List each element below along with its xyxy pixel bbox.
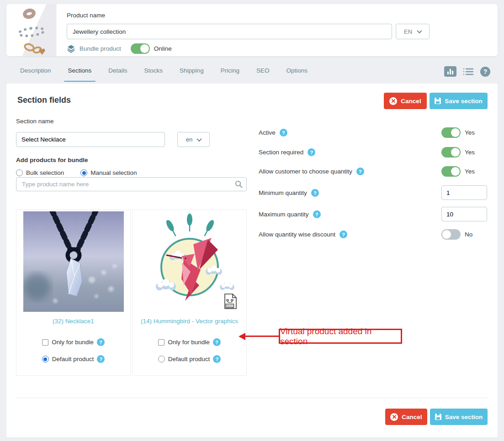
section-language-selector[interactable]: en [177, 132, 210, 147]
help-icon[interactable] [213, 338, 221, 346]
section-required-toggle[interactable] [441, 147, 461, 158]
allow-quantity-discount-toggle[interactable] [441, 229, 461, 240]
online-status-label: Online [154, 45, 172, 52]
annotation-arrow-line [245, 336, 280, 337]
tab-description[interactable]: Description [20, 63, 51, 82]
default-product-radio[interactable] [158, 356, 165, 362]
section-required-value: Yes [465, 149, 475, 156]
minimum-quantity-input[interactable] [441, 185, 487, 200]
default-product-radio[interactable] [42, 356, 49, 362]
section-name-input[interactable] [16, 132, 165, 147]
help-icon[interactable] [308, 148, 315, 156]
search-icon [235, 180, 243, 188]
cancel-button[interactable]: Cancel [384, 93, 427, 109]
bar [452, 71, 453, 74]
chevron-down-icon [197, 136, 202, 141]
product-card-necklace: (32) Necklace1 Only for bundle Default p… [16, 210, 131, 376]
annotation-arrow-head [239, 333, 245, 340]
bar [447, 72, 449, 74]
manual-selection-option[interactable]: Manual selection [80, 169, 137, 176]
tab-details[interactable]: Details [108, 63, 127, 82]
cancel-icon [389, 97, 397, 105]
tab-options[interactable]: Options [286, 63, 308, 82]
language-selector[interactable]: EN [396, 24, 430, 39]
help-icon[interactable] [311, 189, 319, 197]
setting-allow-choose-quantity: Allow customer to choose quantity Yes [259, 166, 488, 177]
help-icon[interactable] [313, 210, 321, 218]
save-label: Save section [445, 98, 483, 105]
product-search [16, 177, 247, 191]
save-label: Save section [445, 414, 483, 420]
cancel-button-bottom[interactable]: Cancel [385, 409, 427, 425]
tab-pricing[interactable]: Pricing [221, 63, 239, 82]
save-section-button[interactable]: Save section [430, 93, 488, 109]
cancel-label: Cancel [401, 98, 421, 105]
setting-active: Active Yes [259, 127, 488, 138]
save-icon [435, 98, 441, 104]
maximum-quantity-input[interactable] [441, 207, 487, 221]
product-name-label: Product name [67, 12, 105, 19]
default-product-row: Default product [133, 355, 246, 363]
bulk-selection-option[interactable]: Bulk selection [16, 169, 64, 176]
product-link[interactable]: (14) Hummingbird - Vector graphics [133, 318, 246, 325]
toggle-knob [451, 148, 460, 157]
page-title: Section fields [17, 95, 71, 105]
setting-minimum-quantity: Minimum quantity [259, 188, 488, 198]
active-value: Yes [465, 129, 475, 136]
tab-sections[interactable]: Sections [68, 63, 92, 82]
help-icon[interactable] [213, 355, 221, 363]
section-language-value: en [186, 136, 192, 143]
default-product-label: Default product [52, 356, 94, 362]
chevron-down-icon [417, 28, 422, 33]
only-for-bundle-label: Only for bundle [168, 339, 210, 346]
manual-selection-label: Manual selection [90, 169, 137, 176]
tab-shipping[interactable]: Shipping [180, 63, 204, 82]
only-for-bundle-checkbox[interactable] [42, 339, 48, 346]
active-label: Active [259, 129, 276, 136]
save-section-button-bottom[interactable]: Save section [430, 409, 488, 425]
hummingbird-product-image[interactable]: SVG [139, 211, 240, 312]
active-toggle[interactable] [441, 127, 461, 138]
only-for-bundle-row: Only for bundle [133, 338, 246, 346]
allow-choose-quantity-toggle[interactable] [441, 166, 461, 177]
allow-choose-quantity-label: Allow customer to choose quantity [259, 168, 352, 175]
tab-stocks[interactable]: Stocks [144, 63, 163, 82]
product-search-input[interactable] [16, 177, 247, 191]
product-tabs: Description Sections Details Stocks Ship… [6, 63, 498, 84]
bracelet-image [17, 25, 46, 38]
help-icon[interactable] [340, 231, 347, 238]
bundle-layers-icon [67, 44, 75, 53]
svg-file-icon: SVG [223, 294, 237, 309]
annotation-callout: Virtual product added in section [279, 329, 402, 344]
product-name-input[interactable] [67, 24, 392, 39]
section-fields-panel: Section fields Cancel Save section Secti… [6, 84, 498, 437]
help-icon[interactable] [356, 168, 364, 175]
help-icon[interactable] [97, 338, 105, 346]
tab-seo[interactable]: SEO [256, 63, 270, 82]
necklace-product-image[interactable] [23, 211, 124, 312]
toggle-knob [442, 230, 451, 239]
product-link[interactable]: (32) Necklace1 [16, 318, 130, 325]
help-icon[interactable] [97, 355, 105, 363]
bar-chart-icon[interactable] [444, 66, 456, 77]
selection-mode-radios: Bulk selection Manual selection [16, 169, 137, 176]
only-for-bundle-label: Only for bundle [52, 339, 94, 346]
radio-selected[interactable] [80, 169, 87, 176]
add-products-label: Add products for bundle [16, 157, 88, 163]
cancel-label: Cancel [402, 414, 422, 420]
toggle-knob [451, 128, 460, 137]
radio-unselected[interactable] [16, 169, 23, 176]
save-icon [435, 414, 441, 420]
setting-section-required: Section required Yes [259, 147, 488, 158]
online-toggle[interactable] [131, 43, 150, 54]
bar [450, 69, 451, 74]
list-icon[interactable] [463, 68, 474, 76]
setting-allow-quantity-discount: Allow quantity wise discount No [259, 229, 488, 240]
only-for-bundle-checkbox[interactable] [158, 339, 164, 346]
cancel-icon [390, 413, 398, 421]
minimum-quantity-label: Minimum quantity [259, 189, 307, 196]
ring-image [22, 7, 37, 20]
product-thumbnail [6, 4, 57, 56]
help-icon[interactable] [480, 67, 490, 77]
help-icon[interactable] [280, 129, 287, 136]
